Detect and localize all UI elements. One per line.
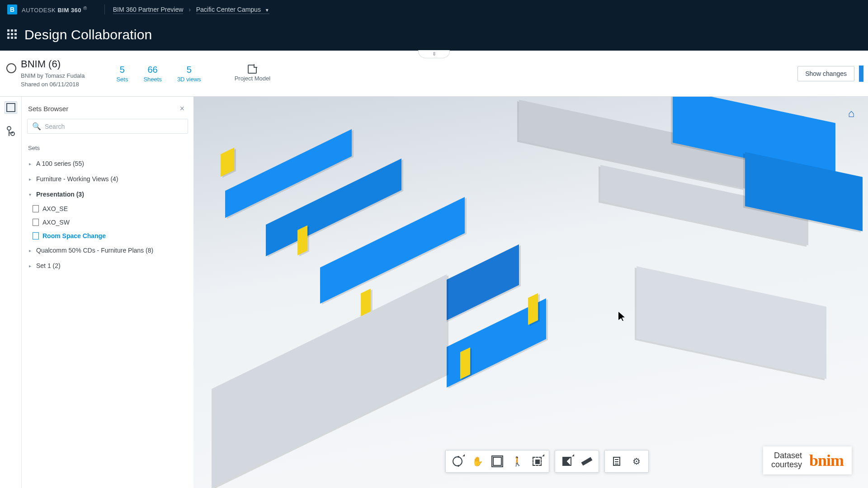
pan-button[interactable]: ✋ [467, 452, 487, 470]
set-item-label: Furniture - Working Views (4) [36, 175, 118, 183]
settings-button[interactable]: ⚙ [627, 452, 646, 470]
set-item-label: Presentation (3) [36, 191, 84, 198]
stats-row: 5 Sets 66 Sheets 5 3D views Project Mode… [116, 65, 270, 83]
sheet-item-axosw[interactable]: AXO_SW [32, 216, 187, 229]
model-placeholder [193, 97, 868, 488]
project-model-label: Project Model [235, 75, 270, 82]
sets-browser-title: Sets Browser [28, 105, 68, 113]
stat-3dviews-value: 5 [177, 65, 201, 75]
main-area: Sets Browser × 🔍 Sets ▸ A 100 series (55… [0, 97, 868, 488]
sheet-item-label: Room Space Change [42, 232, 106, 239]
set-item-qualcomm[interactable]: ▸ Qualcomm 50% CDs - Furniture Plans (8) [28, 243, 187, 258]
set-item-furniture[interactable]: ▸ Furniture - Working Views (4) [28, 171, 187, 187]
project-shared-date: Shared on 06/11/2018 [21, 80, 85, 89]
chevron-right-icon: ▸ [29, 248, 33, 253]
stat-sheets[interactable]: 66 Sheets [143, 65, 161, 83]
credit-text: Dataset courtesy [771, 451, 802, 469]
sets-list: Sets ▸ A 100 series (55) ▸ Furniture - W… [22, 138, 193, 276]
breadcrumb-project-label: Pacific Center Campus [196, 6, 261, 13]
sheet-icon [33, 205, 39, 212]
side-panel-toggle[interactable] [859, 66, 863, 82]
search-box[interactable]: 🔍 [27, 119, 188, 134]
close-icon[interactable]: × [177, 103, 187, 114]
brand-product: BIM 360 [57, 7, 81, 14]
toolbar-group-analyze [555, 450, 599, 473]
set-item-label: Set 1 (2) [36, 262, 61, 269]
breadcrumb-project-link[interactable]: Pacific Center Campus ▼ [196, 6, 269, 14]
project-model-icon [248, 65, 257, 74]
brand-reg: ® [83, 5, 87, 11]
model-browser-button[interactable] [557, 452, 577, 470]
chevron-down-icon: ▾ [29, 192, 33, 197]
project-name: BNIM (6) [21, 58, 85, 70]
sheet-item-axose[interactable]: AXO_SE [32, 202, 187, 216]
presentation-children: AXO_SE AXO_SW Room Space Change [28, 202, 187, 243]
sheet-icon [33, 232, 39, 239]
top-bar: B AUTODESK BIM 360 ® BIM 360 Partner Pre… [0, 0, 868, 19]
project-model-button[interactable]: Project Model [235, 65, 270, 82]
set-item-presentation[interactable]: ▾ Presentation (3) [28, 187, 187, 202]
sets-group-label: Sets [28, 145, 187, 151]
measure-icon [581, 457, 593, 466]
stat-sets[interactable]: 5 Sets [116, 65, 128, 83]
breadcrumb: BIM 360 Partner Preview › Pacific Center… [113, 6, 269, 13]
set-item-a100[interactable]: ▸ A 100 series (55) [28, 156, 187, 171]
search-icon: 🔍 [32, 122, 41, 131]
app-switcher-icon[interactable] [7, 29, 18, 40]
set-item-set1[interactable]: ▸ Set 1 (2) [28, 258, 187, 273]
measure-button[interactable] [577, 452, 597, 470]
dataset-credit: Dataset courtesy bnim [763, 446, 852, 474]
gear-icon: ⚙ [632, 456, 641, 467]
stat-sheets-label: Sheets [143, 76, 161, 83]
search-wrap: 🔍 [22, 119, 193, 138]
orbit-button[interactable] [448, 452, 467, 470]
section-icon [533, 457, 542, 466]
breadcrumb-sep-icon: › [189, 6, 191, 13]
sheet-item-label: AXO_SW [42, 219, 70, 226]
properties-icon [613, 457, 620, 466]
chevron-right-icon: ▸ [29, 263, 33, 268]
fit-button[interactable] [487, 452, 507, 470]
project-block: BNIM (6) BNIM by Tomasz Fudala Shared on… [21, 58, 85, 88]
stat-3dviews[interactable]: 5 3D views [177, 65, 201, 83]
header-panel: ⇳ BNIM (6) BNIM by Tomasz Fudala Shared … [0, 51, 868, 97]
credit-logo: bnim [809, 451, 844, 470]
pan-icon: ✋ [472, 456, 483, 467]
orbit-icon [453, 456, 462, 466]
timeline-toggle-handle[interactable]: ⇳ [418, 50, 450, 58]
model-viewport[interactable]: ⌂ ✋ 🚶 ⚙ Dataset courtesy [193, 97, 868, 488]
section-button[interactable] [527, 452, 547, 470]
status-circle-icon [6, 63, 16, 73]
brand-text: AUTODESK BIM 360 ® [22, 5, 87, 14]
show-changes-button[interactable]: Show changes [797, 66, 854, 81]
sheet-item-room-space-change[interactable]: Room Space Change [32, 229, 187, 243]
sets-icon [6, 103, 15, 112]
search-input[interactable] [41, 123, 183, 130]
title-bar: Design Collaboration [0, 19, 868, 51]
toolbar-group-settings: ⚙ [604, 450, 649, 473]
header-right: Show changes [797, 66, 868, 82]
project-author: BNIM by Tomasz Fudala [21, 72, 85, 80]
properties-button[interactable] [607, 452, 627, 470]
home-icon: ⌂ [848, 107, 855, 120]
brand-company: AUTODESK [22, 7, 56, 14]
credit-line2: courtesy [771, 460, 802, 469]
brand-logo-icon: B [7, 5, 17, 14]
divider [104, 5, 105, 14]
breadcrumb-partner-link[interactable]: BIM 360 Partner Preview [113, 6, 184, 14]
chevron-right-icon: ▸ [29, 177, 33, 182]
rail-changes-button[interactable] [5, 125, 17, 137]
home-view-button[interactable]: ⌂ [844, 107, 858, 120]
sheet-icon [33, 219, 39, 226]
set-item-label: Qualcomm 50% CDs - Furniture Plans (8) [36, 247, 153, 254]
rail-sets-button[interactable] [5, 101, 17, 114]
sets-browser-header: Sets Browser × [22, 97, 193, 119]
fit-icon [493, 457, 502, 466]
walk-button[interactable]: 🚶 [507, 452, 527, 470]
stat-sets-label: Sets [116, 76, 128, 83]
set-item-label: A 100 series (55) [36, 160, 84, 167]
walk-icon: 🚶 [512, 456, 523, 467]
sets-browser-panel: Sets Browser × 🔍 Sets ▸ A 100 series (55… [22, 97, 193, 488]
sheet-item-label: AXO_SE [42, 205, 68, 212]
cube-icon [562, 457, 571, 466]
